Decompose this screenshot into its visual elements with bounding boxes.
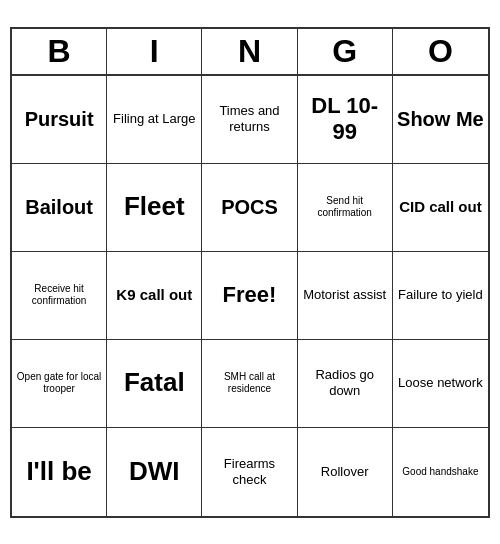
- bingo-cell-0[interactable]: Pursuit: [12, 76, 107, 164]
- bingo-cell-23[interactable]: Rollover: [298, 428, 393, 516]
- bingo-cell-16[interactable]: Fatal: [107, 340, 202, 428]
- bingo-cell-12[interactable]: Free!: [202, 252, 297, 340]
- bingo-cell-24[interactable]: Good handshake: [393, 428, 488, 516]
- bingo-cell-21[interactable]: DWI: [107, 428, 202, 516]
- bingo-cell-20[interactable]: I'll be: [12, 428, 107, 516]
- bingo-cell-6[interactable]: Fleet: [107, 164, 202, 252]
- bingo-cell-17[interactable]: SMH call at residence: [202, 340, 297, 428]
- bingo-cell-19[interactable]: Loose network: [393, 340, 488, 428]
- header-n: N: [202, 29, 297, 74]
- bingo-cell-7[interactable]: POCS: [202, 164, 297, 252]
- bingo-cell-2[interactable]: Times and returns: [202, 76, 297, 164]
- bingo-cell-4[interactable]: Show Me: [393, 76, 488, 164]
- bingo-cell-22[interactable]: Firearms check: [202, 428, 297, 516]
- bingo-cell-11[interactable]: K9 call out: [107, 252, 202, 340]
- bingo-cell-1[interactable]: Filing at Large: [107, 76, 202, 164]
- bingo-cell-15[interactable]: Open gate for local trooper: [12, 340, 107, 428]
- bingo-header: B I N G O: [12, 29, 488, 76]
- header-o: O: [393, 29, 488, 74]
- bingo-cell-9[interactable]: CID call out: [393, 164, 488, 252]
- bingo-card: B I N G O PursuitFiling at LargeTimes an…: [10, 27, 490, 518]
- bingo-cell-10[interactable]: Receive hit confirmation: [12, 252, 107, 340]
- bingo-cell-13[interactable]: Motorist assist: [298, 252, 393, 340]
- header-i: I: [107, 29, 202, 74]
- bingo-cell-14[interactable]: Failure to yield: [393, 252, 488, 340]
- bingo-cell-5[interactable]: Bailout: [12, 164, 107, 252]
- bingo-cell-18[interactable]: Radios go down: [298, 340, 393, 428]
- bingo-cell-8[interactable]: Send hit confirmation: [298, 164, 393, 252]
- bingo-grid: PursuitFiling at LargeTimes and returnsD…: [12, 76, 488, 516]
- header-b: B: [12, 29, 107, 74]
- bingo-cell-3[interactable]: DL 10-99: [298, 76, 393, 164]
- header-g: G: [298, 29, 393, 74]
